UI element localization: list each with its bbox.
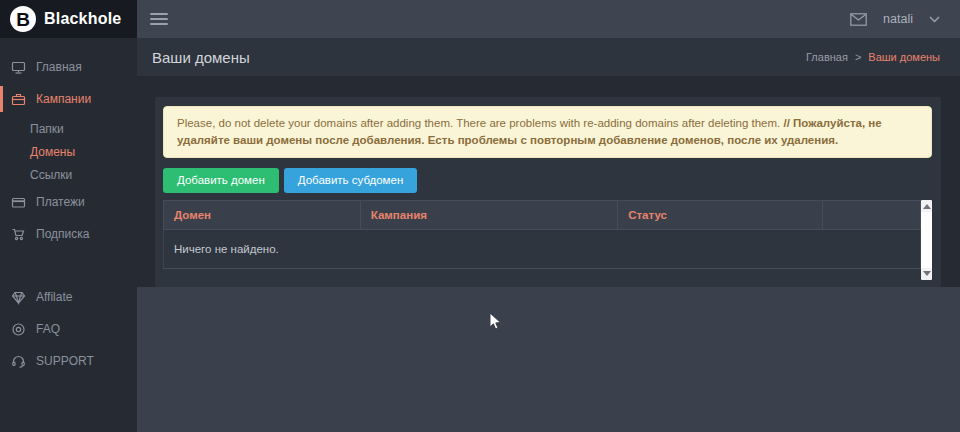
breadcrumb-current: Ваши домены <box>868 51 940 63</box>
sidebar: B Blackhole Главная Кампании Папки Домен… <box>0 0 137 432</box>
domains-table-wrap: Домен Кампания Статус Ничего не найдено. <box>163 200 932 280</box>
column-header-domain[interactable]: Домен <box>164 201 361 230</box>
cart-icon <box>11 227 26 242</box>
add-domain-button[interactable]: Добавить домен <box>163 168 279 193</box>
sidebar-item-support[interactable]: SUPPORT <box>0 348 137 374</box>
page-title: Ваши домены <box>152 49 250 66</box>
chevron-down-icon[interactable] <box>929 16 940 23</box>
sidebar-item-payments[interactable]: Платежи <box>0 189 137 215</box>
sidebar-item-label: SUPPORT <box>36 354 94 368</box>
sidebar-item-label: Платежи <box>36 195 85 209</box>
sidebar-item-label: Affilate <box>36 290 72 304</box>
breadcrumb-home-link[interactable]: Главная <box>806 51 848 63</box>
column-header-status[interactable]: Статус <box>618 201 822 230</box>
add-subdomain-button[interactable]: Добавить субдомен <box>284 168 417 193</box>
sidebar-item-domains[interactable]: Домены <box>0 141 137 164</box>
domains-table: Домен Кампания Статус Ничего не найдено. <box>163 200 921 269</box>
credit-card-icon <box>11 195 26 210</box>
top-navbar: natali <box>137 0 960 38</box>
breadcrumb-separator: > <box>855 51 861 63</box>
gem-icon <box>11 290 26 305</box>
brand-logo-letter: B <box>16 10 30 29</box>
column-header-empty <box>822 201 920 230</box>
sidebar-item-folders[interactable]: Папки <box>0 118 137 141</box>
column-header-campaign[interactable]: Кампания <box>360 201 617 230</box>
sidebar-item-faq[interactable]: FAQ <box>0 316 137 342</box>
content-section: Please, do not delete your domains after… <box>137 76 960 287</box>
domains-card: Please, do not delete your domains after… <box>155 97 941 287</box>
empty-state-text: Ничего не найдено. <box>164 230 921 269</box>
sidebar-item-campaigns[interactable]: Кампании <box>0 86 137 112</box>
main-area: natali Ваши домены Главная > Ваши домены… <box>137 0 960 432</box>
envelope-icon[interactable] <box>850 13 867 26</box>
alert-text-en: Please, do not delete your domains after… <box>177 117 780 129</box>
faq-circle-icon <box>11 322 26 337</box>
table-scrollbar[interactable] <box>921 200 932 280</box>
page-header: Ваши домены Главная > Ваши домены <box>137 38 960 76</box>
scrollbar-down-icon[interactable] <box>923 271 931 276</box>
headset-icon <box>11 354 26 369</box>
sidebar-item-label: Кампании <box>36 92 91 106</box>
monitor-icon <box>11 60 26 75</box>
sidebar-item-affiliate[interactable]: Affilate <box>0 284 137 310</box>
user-menu[interactable]: natali <box>883 12 913 26</box>
brand-logo[interactable]: B Blackhole <box>0 0 137 38</box>
table-row: Ничего не найдено. <box>164 230 921 269</box>
sidebar-item-label: Главная <box>36 60 82 74</box>
sidebar-nav: Главная Кампании Папки Домены Ссылки Пла… <box>0 38 137 374</box>
warning-alert: Please, do not delete your domains after… <box>163 106 932 158</box>
scrollbar-up-icon[interactable] <box>923 204 931 209</box>
toolbar: Добавить домен Добавить субдомен <box>163 168 932 193</box>
hamburger-menu-icon[interactable] <box>150 10 168 28</box>
table-header-row: Домен Кампания Статус <box>164 201 921 230</box>
sidebar-item-label: Подписка <box>36 227 89 241</box>
briefcase-icon <box>11 92 26 107</box>
breadcrumb: Главная > Ваши домены <box>806 51 940 63</box>
sidebar-item-label: FAQ <box>36 322 60 336</box>
sidebar-item-home[interactable]: Главная <box>0 54 137 80</box>
sidebar-item-links[interactable]: Ссылки <box>0 164 137 187</box>
scrollbar-thumb[interactable] <box>921 212 932 268</box>
sidebar-item-subscription[interactable]: Подписка <box>0 221 137 247</box>
brand-name: Blackhole <box>44 10 121 28</box>
brand-logo-icon: B <box>10 6 36 32</box>
